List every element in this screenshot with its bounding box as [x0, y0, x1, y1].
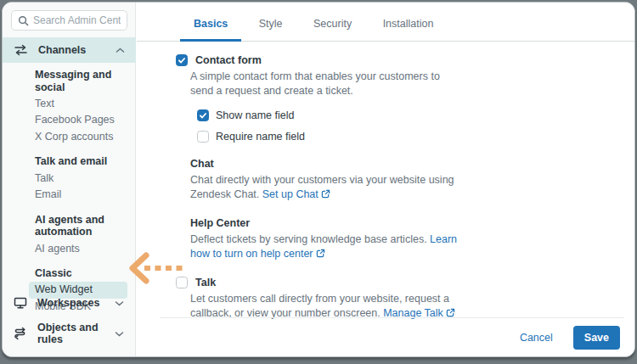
- nav-header-talk-email: Talk and email: [3, 154, 130, 171]
- nav-header-ai-agents: AI agents and automation: [3, 212, 130, 241]
- chat-title: Chat: [190, 157, 634, 171]
- talk-section: Talk Let customers call directly from yo…: [176, 276, 634, 321]
- help-center-title: Help Center: [190, 216, 634, 230]
- set-up-chat-link[interactable]: Set up Chat: [262, 188, 331, 200]
- channels-submenu: Messaging and social Text Facebook Pages…: [3, 67, 135, 315]
- require-name-field-row: Require name field: [197, 130, 634, 143]
- checkmark-icon: [199, 111, 207, 120]
- basics-tab-content: Contact form A simple contact form that …: [137, 42, 634, 321]
- tab-basics[interactable]: Basics: [180, 18, 241, 42]
- sidebar-item-email[interactable]: Email: [3, 187, 135, 203]
- sidebar-item-objects-and-rules[interactable]: Objects and rules: [3, 321, 135, 346]
- sidebar-item-channels[interactable]: Channels: [3, 37, 136, 63]
- external-link-icon: [321, 189, 330, 199]
- contact-form-description: A simple contact form that enables your …: [190, 70, 464, 98]
- talk-checkbox[interactable]: [176, 277, 188, 288]
- show-name-field-row: Show name field: [197, 109, 634, 121]
- app-window: Search Admin Center Channels Messaging a…: [2, 2, 635, 357]
- nav-header-messaging: Messaging and social: [3, 67, 130, 96]
- footer: Cancel Save: [137, 318, 634, 356]
- objects-and-rules-icon: [14, 327, 27, 340]
- save-button[interactable]: Save: [573, 326, 620, 350]
- cancel-button[interactable]: Cancel: [520, 332, 553, 344]
- search-icon: [18, 15, 29, 26]
- objects-and-rules-label: Objects and rules: [37, 322, 104, 345]
- workspaces-icon: [14, 296, 27, 310]
- search-placeholder: Search Admin Center: [33, 14, 121, 26]
- contact-form-options: Show name field Require name field: [197, 109, 634, 143]
- help-center-section: Help Center Deflect tickets by serving k…: [190, 216, 634, 261]
- sidebar-item-workspaces[interactable]: Workspaces: [3, 290, 135, 316]
- chat-section: Chat Chat directly with your customers v…: [190, 157, 634, 202]
- contact-form-checkbox[interactable]: [176, 54, 188, 66]
- sidebar-item-facebook-pages[interactable]: Facebook Pages: [3, 112, 135, 128]
- sidebar-item-x-corp-accounts[interactable]: X Corp accounts: [3, 129, 135, 145]
- show-name-field-checkbox[interactable]: [197, 109, 209, 121]
- show-name-field-label: Show name field: [216, 109, 294, 121]
- channels-label: Channels: [38, 44, 105, 56]
- chat-description: Chat directly with your customers via yo…: [190, 173, 464, 202]
- talk-title: Talk: [195, 276, 216, 289]
- workspaces-label: Workspaces: [37, 297, 104, 309]
- sidebar-bottom: Workspaces Objects and rules: [3, 290, 135, 351]
- chevron-up-icon: [116, 48, 125, 53]
- tab-style[interactable]: Style: [245, 18, 296, 39]
- tab-security[interactable]: Security: [300, 18, 365, 39]
- sidebar-item-ai-agents[interactable]: AI agents: [3, 241, 135, 257]
- external-link-icon: [316, 249, 325, 258]
- sidebar: Search Admin Center Channels Messaging a…: [3, 3, 136, 356]
- channels-icon: [14, 43, 28, 57]
- help-center-description: Deflect tickets by serving knowledge bas…: [190, 232, 464, 261]
- require-name-field-label: Require name field: [216, 131, 305, 143]
- help-center-description-text: Deflect tickets by serving knowledge bas…: [190, 233, 427, 245]
- search-input[interactable]: Search Admin Center: [11, 10, 127, 31]
- external-link-icon: [446, 308, 455, 317]
- tab-bar: Basics Style Security Installation: [137, 3, 634, 42]
- checkmark-icon: [178, 56, 186, 64]
- tab-installation[interactable]: Installation: [369, 18, 448, 39]
- sidebar-item-text[interactable]: Text: [3, 96, 135, 112]
- contact-form-title: Contact form: [195, 53, 262, 67]
- talk-description: Let customers call directly from your we…: [190, 292, 464, 321]
- contact-form-section: Contact form: [176, 53, 634, 67]
- chevron-down-icon: [115, 331, 124, 337]
- set-up-chat-link-text: Set up Chat: [262, 188, 318, 200]
- sidebar-item-talk[interactable]: Talk: [3, 171, 135, 187]
- nav-header-classic: Classic: [3, 266, 130, 283]
- require-name-field-checkbox[interactable]: [197, 131, 209, 143]
- main-panel: Basics Style Security Installation Conta…: [137, 3, 634, 356]
- chevron-down-icon: [115, 300, 124, 306]
